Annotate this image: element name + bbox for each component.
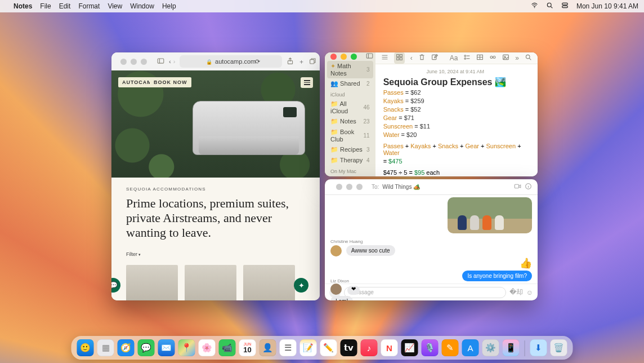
sidebar-item-therapy[interactable]: 📁 Therapy4 bbox=[325, 155, 375, 166]
minimize-button[interactable] bbox=[346, 184, 352, 190]
accessibility-fab-icon[interactable]: ✦ bbox=[294, 278, 308, 293]
dock-news-icon[interactable]: N bbox=[381, 339, 398, 356]
menubar-app-name[interactable]: Notes bbox=[14, 2, 32, 10]
close-button[interactable] bbox=[120, 59, 127, 65]
dock-calendar-icon[interactable]: JUN10 bbox=[239, 339, 256, 356]
close-button[interactable] bbox=[330, 54, 337, 60]
checklist-icon[interactable] bbox=[463, 54, 471, 63]
search-icon[interactable] bbox=[546, 2, 553, 11]
search-icon[interactable] bbox=[525, 54, 532, 63]
dock-facetime-icon[interactable]: 📹 bbox=[219, 339, 236, 356]
minimize-button[interactable] bbox=[131, 59, 137, 65]
conversation: Christine Huang Awww soo cute 👍 Is anyon… bbox=[325, 195, 538, 284]
thumbnail[interactable] bbox=[243, 265, 295, 300]
control-center-icon[interactable] bbox=[561, 2, 569, 11]
book-now-button[interactable]: BOOK NOW bbox=[150, 77, 191, 87]
hamburger-menu-icon[interactable] bbox=[301, 77, 313, 88]
dock-stocks-icon[interactable]: 📈 bbox=[401, 339, 418, 356]
share-icon[interactable] bbox=[287, 57, 294, 66]
sidebar-item-recipes[interactable]: 📁 Recipes3 bbox=[325, 144, 375, 155]
sidebar-toggle-icon[interactable] bbox=[366, 52, 373, 61]
airstream-illustration bbox=[193, 101, 305, 155]
tabs-icon[interactable] bbox=[309, 57, 316, 66]
facetime-icon[interactable] bbox=[514, 183, 521, 191]
dock-messages-icon[interactable]: 💬 bbox=[138, 339, 155, 356]
dock-mail-icon[interactable]: ✉️ bbox=[158, 339, 175, 356]
incoming-message[interactable]: I am! bbox=[330, 296, 353, 300]
dock-appstore-icon[interactable]: A bbox=[462, 339, 479, 356]
menu-window[interactable]: Window bbox=[130, 2, 154, 10]
view-list-icon[interactable] bbox=[381, 54, 388, 63]
sidebar-item-notes[interactable]: 📁 Notes23 bbox=[325, 116, 375, 127]
menu-help[interactable]: Help bbox=[162, 2, 176, 10]
thumbnail[interactable] bbox=[185, 265, 236, 300]
dock-settings-icon[interactable]: ⚙️ bbox=[482, 339, 499, 356]
menu-file[interactable]: File bbox=[40, 2, 51, 10]
sidebar-item-all-icloud[interactable]: 📁 All iCloud46 bbox=[325, 99, 375, 116]
menubar-clock[interactable]: Mon Jun 10 9:41 AM bbox=[576, 2, 638, 10]
dock: 🙂 ▦ 🧭 💬 ✉️ 📍 🌸 📹 JUN10 👤 ☰ 📝 ✏️ 𝘁𝘃 ♪ N 📈… bbox=[71, 336, 573, 360]
notes-toolbar: ‹ Aa » bbox=[375, 52, 538, 64]
menu-view[interactable]: View bbox=[108, 2, 122, 10]
svg-rect-21 bbox=[515, 184, 518, 188]
zoom-button[interactable] bbox=[351, 54, 357, 60]
incoming-message[interactable]: Awww soo cute bbox=[346, 245, 395, 256]
emoji-picker-icon[interactable]: ☺ bbox=[526, 289, 533, 296]
sidebar-item-book-club[interactable]: 📁 Book Club11 bbox=[325, 127, 375, 144]
back-icon[interactable]: ‹ bbox=[169, 58, 171, 65]
wifi-icon[interactable] bbox=[531, 2, 538, 11]
to-value[interactable]: Wild Things 🏕️ bbox=[382, 184, 420, 190]
dock-maps-icon[interactable]: 📍 bbox=[178, 339, 195, 356]
dock-launchpad-icon[interactable]: ▦ bbox=[97, 339, 114, 356]
media-icon[interactable] bbox=[502, 54, 509, 63]
back-icon[interactable]: ‹ bbox=[410, 54, 413, 62]
sidebar-item-shared[interactable]: 👥 Shared 2 bbox=[325, 78, 375, 89]
tapback-icon[interactable]: ❤ bbox=[347, 286, 360, 295]
link-icon[interactable] bbox=[489, 54, 497, 63]
view-grid-icon[interactable] bbox=[394, 52, 405, 64]
dock-safari-icon[interactable]: 🧭 bbox=[118, 339, 135, 356]
dock-podcasts-icon[interactable]: 🎙️ bbox=[422, 339, 439, 356]
reload-icon[interactable]: ⟳ bbox=[255, 58, 260, 65]
dock-pages-icon[interactable]: ✎ bbox=[442, 339, 459, 356]
dock-finder-icon[interactable]: 🙂 bbox=[77, 339, 94, 356]
dock-trash-icon[interactable]: 🗑️ bbox=[551, 339, 567, 356]
svg-point-20 bbox=[526, 55, 530, 59]
dock-contacts-icon[interactable]: 👤 bbox=[260, 339, 276, 356]
note-content[interactable]: June 10, 2024 at 9:41 AM Sequoia Group E… bbox=[375, 64, 538, 176]
menu-edit[interactable]: Edit bbox=[59, 2, 71, 10]
outgoing-message[interactable]: Is anyone bringing film? bbox=[462, 271, 532, 281]
zoom-button[interactable] bbox=[141, 59, 147, 65]
minimize-button[interactable] bbox=[341, 54, 347, 60]
dock-music-icon[interactable]: ♪ bbox=[361, 339, 378, 356]
sidebar-item-local-notes[interactable]: 📁 Notes9 bbox=[325, 175, 375, 176]
chat-fab-icon[interactable]: 💬 bbox=[111, 278, 120, 293]
format-icon[interactable]: Aa bbox=[450, 54, 458, 62]
message-input[interactable]: iMessage bbox=[344, 287, 506, 298]
compose-icon[interactable] bbox=[431, 54, 439, 63]
info-icon[interactable] bbox=[525, 183, 532, 191]
sidebar-toggle-icon[interactable] bbox=[157, 57, 164, 66]
delete-icon[interactable] bbox=[418, 54, 426, 63]
sidebar-item-math-notes[interactable]: ✦ Math Notes 3 bbox=[327, 61, 373, 78]
dock-downloads-icon[interactable]: ⬇ bbox=[530, 339, 547, 356]
table-icon[interactable] bbox=[476, 54, 484, 63]
more-icon[interactable]: » bbox=[515, 54, 519, 62]
dock-photos-icon[interactable]: 🌸 bbox=[199, 339, 216, 356]
zoom-button[interactable] bbox=[356, 184, 363, 190]
thumbnail[interactable] bbox=[126, 265, 178, 300]
address-bar[interactable]: autocamp.com ⟳ bbox=[180, 55, 282, 68]
dock-notes-icon[interactable]: 📝 bbox=[300, 339, 317, 356]
shared-photo[interactable] bbox=[448, 197, 532, 233]
menu-format[interactable]: Format bbox=[78, 2, 100, 10]
forward-icon[interactable]: › bbox=[173, 58, 176, 65]
close-button[interactable] bbox=[336, 184, 342, 190]
svg-point-13 bbox=[464, 55, 466, 57]
dock-freeform-icon[interactable]: ✏️ bbox=[320, 339, 337, 356]
dock-iphone-mirroring-icon[interactable]: 📱 bbox=[503, 339, 520, 356]
dock-reminders-icon[interactable]: ☰ bbox=[280, 339, 297, 356]
dictation-icon[interactable]: �却 bbox=[509, 287, 523, 297]
new-tab-icon[interactable]: ＋ bbox=[298, 57, 305, 66]
dock-tv-icon[interactable]: 𝘁𝘃 bbox=[341, 339, 357, 356]
filter-dropdown[interactable]: Filter bbox=[126, 251, 305, 257]
